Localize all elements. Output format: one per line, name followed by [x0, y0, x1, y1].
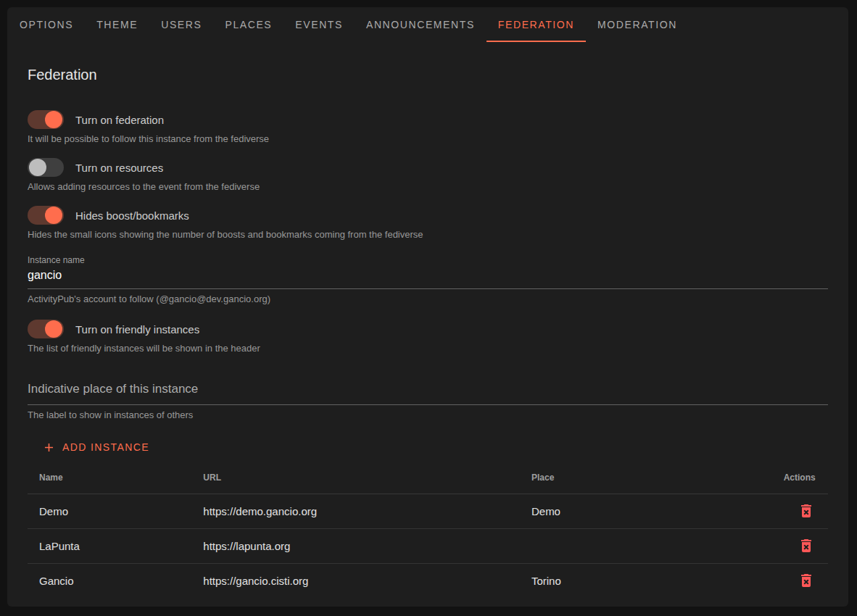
instance-name-hint: ActivityPub's account to follow (@gancio…	[28, 294, 828, 305]
tab-label: FEDERATION	[498, 19, 574, 30]
trash-delete-forever-icon	[798, 580, 815, 591]
instance-place-input[interactable]	[28, 379, 828, 405]
friendly-toggle-row: Turn on friendly instances	[28, 320, 828, 338]
instance-name-cell: Gancio	[28, 563, 191, 598]
tab-label: USERS	[161, 19, 202, 30]
resources-toggle[interactable]	[28, 158, 64, 177]
tab-label: THEME	[96, 19, 138, 30]
tab-label: ANNOUNCEMENTS	[366, 19, 475, 30]
instance-place-hint: The label to show in instances of others	[28, 409, 828, 421]
instance-name-input[interactable]	[28, 265, 828, 289]
delete-instance-button[interactable]	[796, 501, 816, 521]
tab-label: EVENTS	[295, 19, 343, 30]
trash-delete-forever-icon	[798, 546, 815, 557]
resources-toggle-label[interactable]: Turn on resources	[75, 162, 163, 174]
header-name: Name	[28, 462, 191, 494]
boost-bookmarks-toggle[interactable]	[28, 206, 64, 225]
tab-options[interactable]: OPTIONS	[8, 7, 85, 42]
federation-toggle-label[interactable]: Turn on federation	[75, 114, 164, 126]
friendly-instances-toggle-label[interactable]: Turn on friendly instances	[75, 323, 199, 336]
boost-bookmarks-toggle-label[interactable]: Hides boost/bookmarks	[75, 209, 189, 222]
trash-delete-forever-icon	[798, 511, 815, 522]
header-actions: Actions	[772, 462, 828, 494]
toggle-knob	[45, 320, 62, 338]
tab-label: PLACES	[225, 19, 272, 30]
instance-url-cell: https://lapunta.org	[191, 528, 520, 563]
resources-toggle-row: Turn on resources	[28, 158, 828, 177]
instance-name-label: Instance name	[28, 255, 828, 265]
federation-toggle-row: Turn on federation	[28, 110, 828, 129]
instance-place-cell	[520, 528, 772, 563]
add-instance-button-label: ADD INSTANCE	[62, 441, 149, 453]
instance-name-cell: LaPunta	[28, 528, 191, 563]
delete-instance-button[interactable]	[796, 536, 816, 556]
toggle-knob	[29, 159, 46, 176]
friendly-instances-toggle-hint: The list of friendly instances will be s…	[28, 343, 828, 354]
friendly-instances-toggle[interactable]	[28, 320, 64, 338]
instance-url-cell: https://demo.gancio.org	[191, 494, 520, 528]
tab-moderation[interactable]: MODERATION	[586, 7, 689, 42]
instance-place-field: The label to show in instances of others	[28, 379, 828, 421]
page-title: Federation	[28, 65, 828, 84]
toggle-knob	[45, 111, 62, 128]
admin-panel-card: OPTIONS THEME USERS PLACES EVENTS ANNOUN…	[7, 7, 848, 607]
boost-toggle-row: Hides boost/bookmarks	[28, 206, 828, 225]
tab-announcements[interactable]: ANNOUNCEMENTS	[355, 7, 487, 42]
tab-federation[interactable]: FEDERATION	[487, 7, 586, 42]
instance-place-cell: Torino	[520, 563, 772, 598]
table-row: LaPunta https://lapunta.org	[28, 528, 828, 563]
tab-places[interactable]: PLACES	[213, 7, 283, 42]
header-place: Place	[520, 462, 772, 494]
tab-label: OPTIONS	[20, 19, 73, 30]
delete-instance-button[interactable]	[796, 570, 816, 591]
instances-table: Name URL Place Actions Demo https://demo…	[28, 462, 828, 598]
federation-toggle[interactable]	[28, 110, 64, 129]
tab-events[interactable]: EVENTS	[283, 7, 355, 42]
header-url: URL	[191, 462, 520, 494]
add-instance-button[interactable]: ADD INSTANCE	[36, 434, 155, 460]
tab-label: MODERATION	[597, 19, 677, 30]
toggle-knob	[45, 207, 62, 224]
instance-name-field: Instance name ActivityPub's account to f…	[28, 255, 828, 305]
tab-bar: OPTIONS THEME USERS PLACES EVENTS ANNOUN…	[7, 7, 848, 42]
resources-toggle-hint: Allows adding resources to the event fro…	[28, 181, 828, 193]
table-header-row: Name URL Place Actions	[28, 462, 828, 494]
tab-users[interactable]: USERS	[149, 7, 213, 42]
federation-toggle-hint: It will be possible to follow this insta…	[28, 133, 828, 145]
table-row: Demo https://demo.gancio.org Demo	[28, 494, 828, 528]
instance-url-cell: https://gancio.cisti.org	[191, 563, 520, 598]
federation-settings-panel: Federation Turn on federation It will be…	[7, 65, 848, 598]
tab-theme[interactable]: THEME	[85, 7, 149, 42]
table-row: Gancio https://gancio.cisti.org Torino	[28, 563, 828, 598]
instance-name-cell: Demo	[28, 494, 191, 528]
instance-place-cell: Demo	[520, 494, 772, 528]
boost-bookmarks-toggle-hint: Hides the small icons showing the number…	[28, 229, 828, 241]
plus-icon	[42, 441, 56, 454]
